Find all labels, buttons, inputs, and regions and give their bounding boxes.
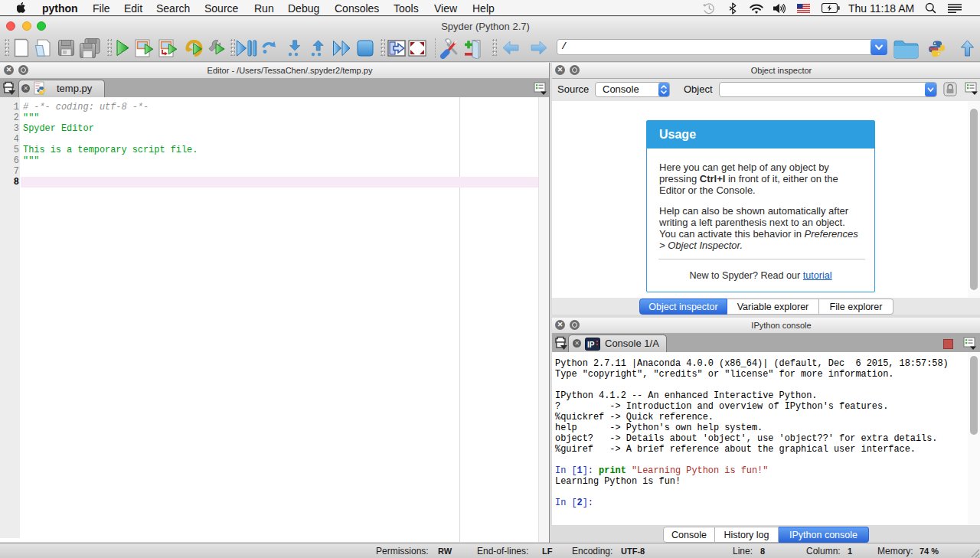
svg-text:IP: IP — [587, 341, 595, 349]
